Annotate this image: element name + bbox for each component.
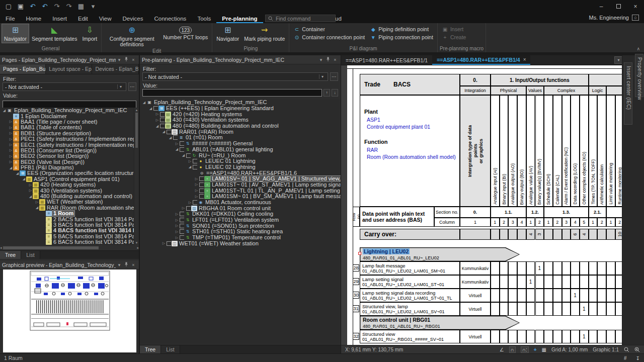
scrollbar-thumb[interactable] <box>135 113 138 148</box>
collapsed-icon[interactable]: ▷ <box>175 230 179 234</box>
tree-item[interactable]: ◢▤480 (=480) Building automation and con… <box>140 123 341 129</box>
document-tab-1[interactable]: ==ASP1=480.RAR++EES&PFB1/1 <box>341 55 432 65</box>
collapsed-icon[interactable]: ▷ <box>194 183 199 187</box>
filter-more-button[interactable]: ⋯ <box>128 82 136 91</box>
filter-dropdown[interactable]: - Not activated - ▾ <box>142 72 328 81</box>
tree-item[interactable]: ▷⇅SON01 (=SON01) Sun protection <box>140 223 341 229</box>
ribbon-tab-edit[interactable]: Edit <box>72 15 94 23</box>
zoom-in-icon[interactable] <box>634 347 640 352</box>
expanded-icon[interactable]: ◢ <box>35 206 39 210</box>
collapsed-icon[interactable]: ▷ <box>162 241 166 245</box>
expanded-icon[interactable]: ◢ <box>148 107 153 111</box>
value-input[interactable] <box>3 101 136 108</box>
tree-item[interactable]: ◢●LEUEC 02 Lightning <box>140 164 341 170</box>
collapsed-icon[interactable]: ▷ <box>175 236 179 240</box>
tree-item[interactable]: ▷▫LAM01SM~ 01 | BV_SM_AMEV1 | Lamp fault… <box>140 194 341 200</box>
datapoint-cell[interactable]: Lamp setting signal data recording01_ABL… <box>360 289 460 302</box>
redo-list-icon[interactable]: ↷ <box>64 2 73 11</box>
collapsed-icon[interactable]: ▷ <box>9 143 13 147</box>
tab-property-overview[interactable]: Property overview <box>635 54 643 97</box>
tree-item[interactable]: ▷▫LAM01ST~TL 01 | TL_AN_P_AMEV1 | Lamp s… <box>140 188 341 194</box>
search-input[interactable]: Find command <box>265 15 336 22</box>
angle-snap-icon[interactable]: ∠ <box>500 347 504 352</box>
tree-item[interactable]: ▷⇅DKK01 (=DKK01) Ceiling cooling <box>140 211 341 217</box>
scroll-up-icon[interactable]: ▴ <box>134 108 139 113</box>
tree-item[interactable]: ◢◫RAR01 (=RAR) Room <box>140 129 341 135</box>
tree-item[interactable]: ◢⊞EES (Organization specific location st… <box>0 170 134 176</box>
collapsed-icon[interactable]: ▷ <box>28 189 33 193</box>
redo-icon[interactable]: ↷ <box>52 2 61 11</box>
tree-item[interactable]: ≡6 BACS function list VDI 3814 Part 4.3 <box>0 239 134 245</box>
ribbon-tab-tools[interactable]: Tools <box>192 15 216 23</box>
expanded-icon[interactable]: ◢ <box>175 147 179 151</box>
expanded-icon[interactable]: ◢ <box>188 165 192 169</box>
close-icon[interactable]: × <box>332 57 339 62</box>
zoom-out-icon[interactable] <box>624 347 629 352</box>
tree-item[interactable]: ◢↻RU~ (=RU_) Room <box>140 152 341 158</box>
pages-tree-vscrollbar[interactable]: ▴ ▾ <box>134 108 139 245</box>
ribbon-tab-pre-planning[interactable]: Pre-planning <box>216 15 263 23</box>
collapsed-icon[interactable]: ▷ <box>155 112 159 116</box>
piping-connection-point-button[interactable]: ▼Piping connection point <box>370 34 433 41</box>
tree-item[interactable]: ▷&BED2 (Sensor list (Design)) <box>0 153 134 159</box>
collapsed-icon[interactable]: ▷ <box>188 201 192 205</box>
tree-item[interactable]: ◢≣01 (=01) Room <box>140 135 341 141</box>
expanded-icon[interactable]: ◢ <box>15 171 20 175</box>
pin-icon[interactable] <box>325 57 332 62</box>
menu-down-icon[interactable]: ▾ <box>317 57 325 62</box>
qat-menu-icon[interactable]: ▾ <box>89 2 98 11</box>
tree-item[interactable]: ▷◫WET01 (=WET) Weather station <box>140 241 341 247</box>
import-button[interactable]: ⇩Import <box>80 24 99 43</box>
pin-icon[interactable] <box>123 57 130 62</box>
collapsed-icon[interactable]: ▷ <box>35 200 39 204</box>
value-input[interactable] <box>142 89 322 97</box>
tree-item[interactable]: ▷⇅STH01 (=STH01) Static heating area <box>140 229 341 235</box>
tree-item[interactable]: ▷▦WET (Weather station) <box>0 199 134 205</box>
tree-item[interactable]: ▷●LEUEC 01 Lightning <box>140 158 341 164</box>
minimize-button[interactable]: – <box>593 0 610 14</box>
piping-definition-point-button[interactable]: ◆Piping definition point <box>370 26 433 33</box>
collapsed-icon[interactable]: ▷ <box>188 159 192 163</box>
collapsed-icon[interactable]: ▷ <box>175 142 179 146</box>
expanded-icon[interactable]: ◢ <box>28 195 33 199</box>
expanded-icon[interactable]: ◢ <box>168 136 173 140</box>
tree-item[interactable]: ▷▨RBGHA 01 Room control unit <box>140 205 341 211</box>
scroll-left-icon[interactable]: ◂ <box>0 245 2 250</box>
undo-list-icon[interactable]: ↶ <box>40 2 49 11</box>
undo-icon[interactable]: ↶ <box>28 2 37 11</box>
tree-item[interactable]: ▷▫LAM01ST~ 01 | AV_ST_AMEV1 | Lamp setti… <box>140 182 341 188</box>
object-snap-icon[interactable]: ∩ <box>509 346 516 353</box>
navigator-button[interactable]: ⊞Navigator <box>214 24 241 43</box>
configure-segment-definitions-button[interactable]: ⊕Configure segment definitions <box>104 24 160 48</box>
tree-item[interactable]: ▷⇅##### (=#####) General <box>140 141 341 147</box>
pin-icon[interactable] <box>123 262 130 267</box>
collapsed-icon[interactable]: ▷ <box>9 137 13 141</box>
remove-layout-icon[interactable]: ▦ <box>76 2 86 11</box>
tab-tree[interactable]: Tree <box>0 251 21 259</box>
tree-item[interactable]: ▷▦420 (Heating systems) <box>0 182 134 188</box>
expanded-icon[interactable]: ◢ <box>162 130 166 134</box>
expanded-icon[interactable]: ◢ <box>9 166 13 170</box>
tree-item[interactable]: ⊖==ASP1=480.RAR++EES&PFB1/1.6 <box>140 170 341 176</box>
expanded-icon[interactable]: ◢ <box>142 101 146 105</box>
collapse-ribbon-icon[interactable]: ∧ <box>636 46 640 51</box>
tree-item[interactable]: ◢▣Eplan_Building_Technology_Project_mm_I… <box>0 108 134 113</box>
tab-tree[interactable]: Tree <box>140 345 161 353</box>
menu-down-icon[interactable]: ▾ <box>116 57 123 62</box>
collapsed-icon[interactable]: ▷ <box>175 224 179 228</box>
datapoint-cell[interactable]: Structured view01_ABL01_RU~_RBG01_#####_… <box>360 330 460 343</box>
tree-item[interactable]: ▷⇅TMP (=TMP01) Temperature control <box>140 235 341 241</box>
crosshair-icon[interactable]: + <box>534 347 537 352</box>
pages-tree-hscrollbar[interactable]: ◂ ▸ <box>0 245 139 250</box>
grid-icon[interactable]: ▦ <box>542 347 546 352</box>
datapoint-cell[interactable]: Lamp fault message01_ABL01_RU~_LEU02_LAM… <box>360 261 460 275</box>
pages-panel-tab-0[interactable]: Pages - Eplan_Buildin... <box>0 64 46 74</box>
ribbon-tab-view[interactable]: View <box>94 15 117 23</box>
collapsed-icon[interactable]: ▷ <box>9 126 13 130</box>
open-page-icon[interactable]: ▣ <box>16 2 25 11</box>
expanded-icon[interactable]: ◢ <box>2 109 7 113</box>
menu-down-icon[interactable]: ▾ <box>116 262 123 267</box>
pages-panel-tab-1[interactable]: Layout space - Eplan_... <box>46 64 92 74</box>
collapsed-icon[interactable]: ▷ <box>181 206 186 210</box>
ribbon-tab-home[interactable]: Home <box>21 15 47 23</box>
